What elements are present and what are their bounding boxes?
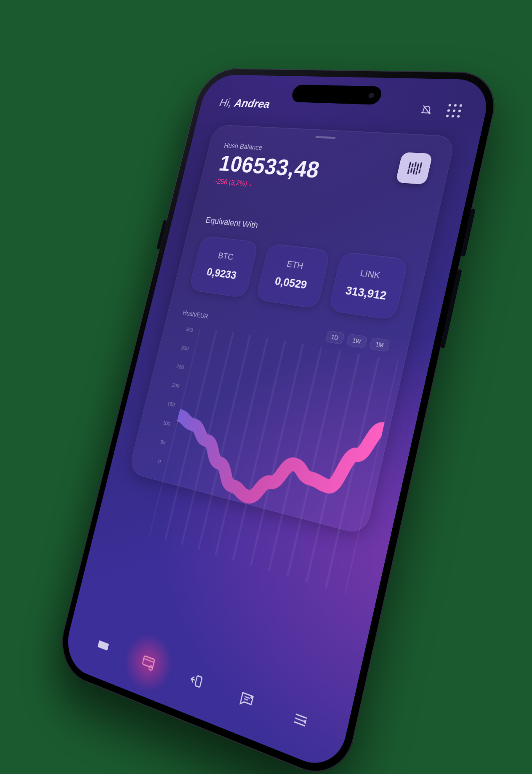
svg-line-26 <box>245 697 250 699</box>
svg-rect-22 <box>142 656 154 668</box>
side-button <box>460 208 476 256</box>
chart-ytick: 50 <box>151 437 168 446</box>
card-settings-icon <box>140 651 157 673</box>
svg-line-5 <box>413 168 415 174</box>
equivalent-tiles: BTC 0,9233 ETH 0,0529 LINK 313,912 <box>189 235 409 320</box>
chart-ytick: 150 <box>160 399 177 408</box>
apps-grid-icon[interactable] <box>445 103 463 119</box>
arrow-down-icon: ↓ <box>248 181 253 188</box>
chart-ytick: 300 <box>174 344 191 352</box>
svg-line-29 <box>296 714 307 718</box>
svg-rect-25 <box>195 675 202 687</box>
chart-ytick: 100 <box>156 418 173 427</box>
svg-line-0 <box>409 163 410 168</box>
phone-frame: Hi, Andrea <box>54 68 503 774</box>
side-button <box>157 220 167 250</box>
transfer-icon <box>187 669 205 692</box>
notifications-muted-icon[interactable] <box>418 102 436 117</box>
chart-ytick: 350 <box>178 325 196 334</box>
tile-value: 0,9233 <box>196 264 248 283</box>
screen: Hi, Andrea <box>61 75 493 774</box>
svg-line-31 <box>294 722 305 726</box>
equivalent-tile-link[interactable]: LINK 313,912 <box>328 251 409 320</box>
tile-value: 0,0529 <box>263 273 320 293</box>
svg-line-17 <box>269 347 321 571</box>
balance-card: Hush Balance 106533,48 -256 (3,2%) ↓ <box>128 124 456 536</box>
svg-line-7 <box>416 172 417 174</box>
svg-line-8 <box>420 163 422 168</box>
equivalent-tile-btc[interactable]: BTC 0,9233 <box>189 235 259 298</box>
range-1m-button[interactable]: 1M <box>369 337 390 352</box>
chart-ytick: 250 <box>169 362 186 371</box>
menu-collapse-icon <box>290 708 311 732</box>
chart-block: Hush/EUR 1D 1W 1M 350300250200150100500 <box>146 307 391 515</box>
svg-line-2 <box>412 164 413 167</box>
svg-line-9 <box>419 170 420 173</box>
drag-handle[interactable] <box>315 136 336 139</box>
svg-line-19 <box>306 354 359 582</box>
equivalent-tile-eth[interactable]: ETH 0,0529 <box>255 243 331 309</box>
svg-line-18 <box>287 350 340 576</box>
qr-scan-button[interactable] <box>395 152 433 184</box>
greeting: Hi, Andrea <box>218 96 271 111</box>
svg-point-24 <box>149 665 153 671</box>
chart-range-toggle: 1D 1W 1M <box>325 330 390 352</box>
nav-messages[interactable] <box>229 678 265 721</box>
nav-transfer[interactable] <box>179 660 213 702</box>
svg-line-3 <box>411 169 412 172</box>
balance-value: 106533,48 <box>217 152 322 182</box>
chart-line <box>149 327 399 594</box>
tile-symbol: LINK <box>340 265 401 283</box>
chart-ytick: 200 <box>165 381 182 390</box>
chart-ytick: 0 <box>146 455 163 465</box>
svg-line-6 <box>417 164 418 170</box>
range-1d-button[interactable]: 1D <box>325 330 345 344</box>
messages-icon <box>237 688 256 712</box>
svg-line-4 <box>415 163 416 166</box>
tile-symbol: BTC <box>200 248 252 264</box>
range-1w-button[interactable]: 1W <box>346 334 367 348</box>
nav-menu[interactable] <box>282 698 319 743</box>
bottom-nav <box>66 618 350 754</box>
svg-line-27 <box>244 699 248 700</box>
chart-area[interactable]: 350300250200150100500 <box>146 323 399 518</box>
nav-card-settings[interactable] <box>132 643 165 683</box>
svg-line-1 <box>408 170 409 173</box>
svg-line-21 <box>346 360 399 594</box>
tile-value: 313,912 <box>335 283 397 304</box>
greeting-name: Andrea <box>233 97 271 110</box>
svg-line-20 <box>326 357 379 588</box>
svg-line-30 <box>295 718 306 722</box>
tile-symbol: ETH <box>267 256 323 274</box>
header: Hi, Andrea <box>218 96 463 119</box>
chart-title: Hush/EUR <box>182 310 209 320</box>
svg-line-23 <box>144 659 154 662</box>
wallet-icon <box>95 635 112 656</box>
svg-point-28 <box>250 696 253 699</box>
